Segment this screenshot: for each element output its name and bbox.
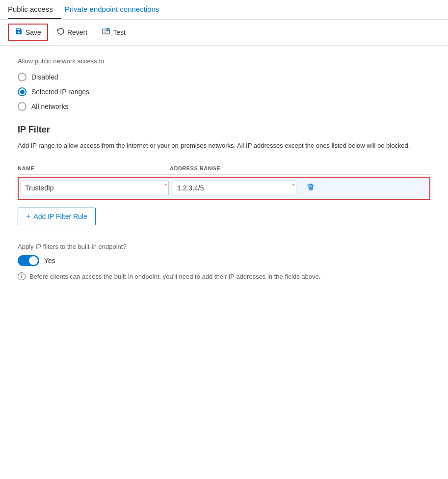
svg-point-3 — [106, 28, 109, 31]
save-button[interactable]: Save — [8, 24, 48, 41]
info-icon: i — [18, 272, 26, 280]
test-icon — [102, 27, 110, 37]
radio-all-networks[interactable]: All networks — [18, 102, 430, 111]
add-button-label: Add IP Filter Rule — [33, 213, 87, 220]
radio-circle-disabled — [18, 73, 26, 81]
info-text: Before clients can access the built-in e… — [29, 272, 320, 282]
save-icon — [15, 27, 23, 37]
ip-filter-table: NAME ADDRESS RANGE * * — [18, 162, 430, 200]
radio-label-selected-ip: Selected IP ranges — [31, 88, 89, 96]
name-input[interactable] — [21, 181, 169, 195]
tab-public-access[interactable]: Public access — [8, 0, 61, 19]
column-name-header: NAME — [18, 165, 170, 171]
add-ip-filter-rule-button[interactable]: + Add IP Filter Rule — [18, 208, 96, 225]
info-row: i Before clients can access the built-in… — [18, 272, 430, 282]
radio-label-all-networks: All networks — [31, 103, 68, 110]
ip-filter-description: Add IP range to allow access from the in… — [18, 141, 430, 151]
test-label: Test — [113, 28, 126, 36]
test-button[interactable]: Test — [96, 24, 132, 41]
toggle-knob — [29, 256, 38, 265]
column-addr-header: ADDRESS RANGE — [170, 165, 292, 171]
name-required-star: * — [165, 183, 167, 188]
tab-private-endpoint[interactable]: Private endpoint connections — [65, 0, 167, 19]
toolbar: Save Revert Test — [0, 20, 448, 46]
toggle-switch[interactable] — [18, 255, 39, 266]
radio-label-disabled: Disabled — [31, 73, 58, 81]
section-label: Allow public network access to — [18, 57, 430, 65]
radio-dot-selected-ip — [20, 90, 25, 94]
radio-circle-all-networks — [18, 102, 26, 111]
delete-row-button[interactable] — [304, 181, 317, 196]
radio-disabled[interactable]: Disabled — [18, 73, 430, 81]
revert-button[interactable]: Revert — [50, 24, 94, 41]
trash-icon — [306, 183, 315, 191]
address-required-star: * — [292, 183, 294, 188]
revert-icon — [56, 27, 64, 37]
toggle-text: Yes — [44, 257, 55, 265]
toggle-section: Apply IP filters to the built-in endpoin… — [18, 243, 430, 282]
save-label: Save — [26, 28, 41, 36]
radio-group: Disabled Selected IP ranges All networks — [18, 73, 430, 111]
radio-circle-selected-ip — [18, 87, 26, 96]
ip-filter-title: IP Filter — [18, 125, 430, 135]
name-cell: * — [19, 181, 171, 195]
table-row: * * — [18, 177, 430, 200]
main-content: Allow public network access to Disabled … — [0, 46, 448, 293]
radio-selected-ip-ranges[interactable]: Selected IP ranges — [18, 87, 430, 96]
revert-label: Revert — [67, 28, 87, 36]
toggle-section-label: Apply IP filters to the built-in endpoin… — [18, 243, 430, 250]
tab-bar: Public access Private endpoint connectio… — [0, 0, 448, 20]
delete-cell — [298, 181, 323, 196]
address-cell: * — [171, 181, 298, 195]
toggle-row: Yes — [18, 255, 430, 266]
ip-filter-section: IP Filter Add IP range to allow access f… — [18, 125, 430, 239]
address-input[interactable] — [173, 181, 296, 195]
table-header: NAME ADDRESS RANGE — [18, 162, 430, 175]
add-icon: + — [26, 212, 30, 221]
